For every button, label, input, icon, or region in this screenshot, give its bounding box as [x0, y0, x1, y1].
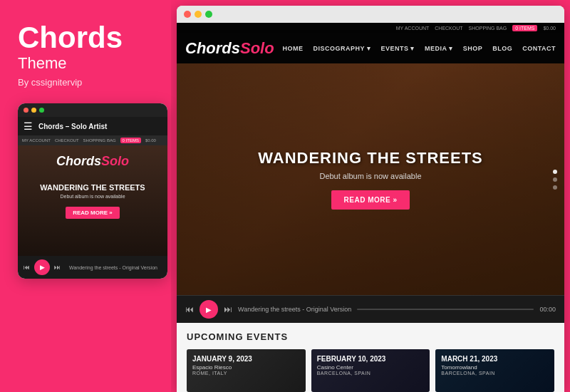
nav-contact[interactable]: CONTACT	[522, 45, 556, 52]
event-2-venue: Casino Center	[317, 364, 425, 371]
left-panel: Chords Theme By cssignitervip ☰ Chords –…	[0, 0, 171, 392]
event-1-venue: Espacio Riesco	[192, 364, 300, 371]
site-logo: ChordsSolo	[185, 33, 274, 63]
site-nav: HOME DISCOGRAPHY ▾ EVENTS ▾ MEDIA ▾ SHOP…	[283, 45, 556, 52]
mobile-next-button[interactable]: ⏭	[54, 264, 61, 271]
site-topbar: MY ACCOUNT CHECKOUT SHOPPING BAG 0 ITEMS…	[177, 23, 564, 33]
browser-dot-green	[205, 11, 212, 18]
browser-content: MY ACCOUNT CHECKOUT SHOPPING BAG 0 ITEMS…	[177, 23, 564, 392]
event-3-city: BARCELONA, SPAIN	[441, 371, 549, 376]
mobile-hero-sub: Debut album is now available	[25, 194, 160, 199]
audio-player: ⏮ ▶ ⏭ Wandering the streets - Original V…	[177, 295, 564, 323]
mobile-dot-green	[39, 108, 44, 113]
browser-window: MY ACCOUNT CHECKOUT SHOPPING BAG 0 ITEMS…	[177, 6, 564, 392]
toplink-checkout[interactable]: CHECKOUT	[55, 138, 79, 143]
scroll-dot-3	[553, 185, 557, 190]
topbar-shopping-bag[interactable]: SHOPPING BAG	[469, 26, 507, 31]
scroll-dot-1	[553, 170, 557, 174]
event-card-1-content: JANUARY 9, 2023 Espacio Riesco ROME, ITA…	[187, 349, 306, 381]
scroll-dots	[553, 170, 557, 190]
nav-events[interactable]: EVENTS ▾	[380, 45, 415, 52]
event-1-city: ROME, ITALY	[192, 371, 300, 376]
hero-title: WANDERING THE STREETS	[258, 149, 483, 167]
mobile-logo-suffix: Solo	[101, 154, 129, 168]
mobile-mockup: ☰ Chords – Solo Artist MY ACCOUNT CHECKO…	[18, 103, 167, 279]
event-2-city: BARCELONA, SPAIN	[317, 371, 425, 376]
nav-blog[interactable]: BLOG	[492, 45, 512, 52]
event-card-1[interactable]: JANUARY 9, 2023 Espacio Riesco ROME, ITA…	[187, 349, 306, 392]
event-3-venue: Tomorrowland	[441, 364, 549, 371]
nav-shop[interactable]: SHOP	[463, 45, 483, 52]
cart-price: $0.00	[145, 138, 156, 143]
browser-dot-red	[184, 11, 191, 18]
mobile-prev-button[interactable]: ⏮	[24, 264, 30, 271]
events-title: UPCOMING EVENTS	[187, 331, 554, 342]
toplink-my-account[interactable]: MY ACCOUNT	[22, 138, 51, 143]
audio-play-button[interactable]: ▶	[200, 300, 218, 319]
mobile-player: ⏮ ▶ ⏭ Wandering the streets - Original V…	[18, 256, 167, 279]
topbar-cart-badge: 0 ITEMS	[512, 25, 537, 31]
mobile-dot-yellow	[31, 108, 36, 113]
cart-count-badge: 0 ITEMS	[120, 138, 141, 143]
browser-dot-yellow	[195, 11, 202, 18]
topbar-checkout[interactable]: CHECKOUT	[435, 26, 462, 31]
mobile-nav-title: Chords – Solo Artist	[38, 123, 107, 130]
event-card-3[interactable]: MARCH 21, 2023 Tomorrowland BARCELONA, S…	[435, 349, 554, 392]
event-card-2[interactable]: FEBRUARY 10, 2023 Casino Center BARCELON…	[311, 349, 430, 392]
event-card-3-content: MARCH 21, 2023 Tomorrowland BARCELONA, S…	[435, 349, 554, 381]
event-card-2-content: FEBRUARY 10, 2023 Casino Center BARCELON…	[311, 349, 430, 381]
browser-toolbar	[177, 6, 564, 23]
audio-track: Wandering the streets - Original Version…	[238, 306, 556, 313]
mobile-nav: ☰ Chords – Solo Artist	[18, 117, 167, 135]
mobile-play-button[interactable]: ▶	[34, 259, 50, 275]
scroll-dot-2	[553, 177, 557, 182]
topbar-my-account[interactable]: MY ACCOUNT	[396, 26, 430, 31]
audio-track-name: Wandering the streets - Original Version	[238, 306, 351, 313]
audio-prev-button[interactable]: ⏮	[185, 304, 194, 314]
site-logo-suffix: Solo	[240, 39, 274, 57]
events-grid: JANUARY 9, 2023 Espacio Riesco ROME, ITA…	[187, 349, 554, 392]
toplink-shopping-bag[interactable]: SHOPPING BAG	[83, 138, 116, 143]
theme-subtitle: Theme	[18, 54, 157, 73]
audio-time: 00:00	[539, 306, 556, 313]
mobile-hero: ChordsSolo WANDERING THE STREETS Debut a…	[18, 145, 167, 256]
events-section: UPCOMING EVENTS JANUARY 9, 2023 Espacio …	[177, 323, 564, 392]
nav-discography[interactable]: DISCOGRAPHY ▾	[314, 45, 371, 52]
nav-home[interactable]: HOME	[283, 45, 304, 52]
hero-subtitle: Debut album is now available	[258, 172, 483, 180]
mobile-read-more-button[interactable]: READ MORE »	[66, 207, 120, 219]
nav-media[interactable]: MEDIA ▾	[425, 45, 453, 52]
mobile-hero-title: WANDERING THE STREETS	[25, 183, 160, 192]
audio-next-button[interactable]: ⏭	[224, 304, 232, 314]
hero-section: WANDERING THE STREETS Debut album is now…	[177, 63, 564, 295]
hero-text-block: WANDERING THE STREETS Debut album is now…	[258, 149, 483, 210]
mobile-toplinks: MY ACCOUNT CHECKOUT SHOPPING BAG 0 ITEMS…	[18, 135, 167, 145]
mobile-logo: ChordsSolo	[25, 154, 160, 169]
topbar-price: $0.00	[543, 26, 556, 31]
mobile-top-bar	[18, 103, 167, 117]
mobile-dot-red	[24, 108, 28, 113]
event-1-date: JANUARY 9, 2023	[192, 355, 300, 363]
hero-read-more-button[interactable]: READ MORE »	[331, 190, 410, 210]
mobile-player-track: Wandering the streets - Original Version	[65, 265, 162, 270]
site-header: ChordsSolo HOME DISCOGRAPHY ▾ EVENTS ▾ M…	[177, 33, 564, 63]
theme-title: Chords	[18, 21, 157, 54]
theme-author: By cssignitervip	[18, 77, 157, 88]
audio-progress-bar[interactable]	[357, 309, 534, 310]
event-2-date: FEBRUARY 10, 2023	[317, 355, 425, 363]
event-3-date: MARCH 21, 2023	[441, 355, 549, 363]
hamburger-icon[interactable]: ☰	[24, 120, 33, 132]
